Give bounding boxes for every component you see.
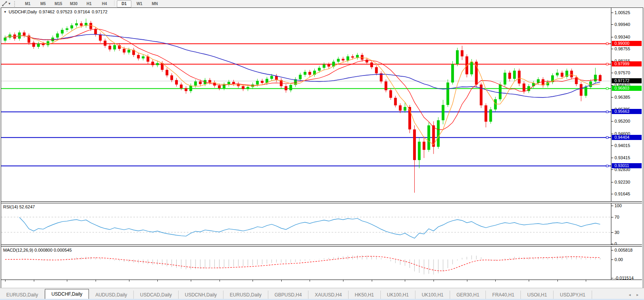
collapse-triangle-icon[interactable]: ▼ — [4, 10, 7, 14]
candle — [284, 86, 287, 90]
macd-tick-mark — [611, 278, 613, 278]
price-scale[interactable]: 1.005250.999400.993400.987550.981550.975… — [611, 8, 642, 201]
macd-label: MACD(12,26,9) 0.000800 0.000545 — [3, 248, 72, 252]
candle — [499, 85, 502, 99]
rsi-tick-mark — [611, 217, 613, 217]
chart-tab-usoil-h1[interactable]: USOil,H1 — [521, 291, 554, 299]
candle — [389, 90, 392, 98]
timeframe-button-mn[interactable]: MN — [148, 0, 162, 7]
candle — [561, 73, 563, 77]
price-pane[interactable]: ▼ USDCHF,Daily 0.97462 0.97523 0.97164 0… — [1, 8, 642, 201]
candle — [290, 85, 292, 90]
candle — [113, 45, 116, 50]
timeframe-button-m15[interactable]: M15 — [51, 0, 66, 7]
chart-tab-ger30-h1[interactable]: GER30,H1 — [450, 291, 486, 299]
chart-tab-usdcnh-daily[interactable]: USDCNH,Daily — [179, 291, 223, 299]
price-tick-mark — [611, 194, 613, 194]
rsi-tick-label: 100 — [614, 203, 622, 208]
line-study-tool-icon[interactable] — [1, 1, 8, 7]
toolbar-grip[interactable] — [14, 1, 17, 7]
candle — [4, 38, 7, 41]
candle — [461, 50, 463, 57]
price-tick-label: 0.99940 — [614, 22, 630, 27]
price-line-badge: 0.97999 — [612, 61, 642, 66]
macd-plot[interactable] — [1, 247, 611, 280]
candle — [299, 75, 302, 79]
price-tick-mark — [611, 73, 613, 73]
candle — [399, 105, 402, 110]
quote-low: 0.97164 — [74, 9, 90, 14]
candle — [137, 55, 140, 59]
candle — [32, 43, 35, 47]
rsi-plot[interactable] — [1, 203, 611, 245]
price-tick-label: 0.96385 — [614, 95, 630, 99]
candle — [380, 73, 382, 81]
tab-scroll-arrows-icon[interactable]: ◂ ▸ — [629, 293, 644, 299]
candle — [180, 85, 183, 88]
date-tick-mark — [467, 280, 467, 282]
chart-window: ▼ USDCHF,Daily 0.97462 0.97523 0.97164 0… — [1, 7, 643, 288]
chart-tab-eurusd-daily[interactable]: EURUSD,Daily — [0, 291, 45, 299]
chart-title: ▼ USDCHF,Daily 0.97462 0.97523 0.97164 0… — [4, 9, 107, 14]
candle — [94, 29, 97, 35]
date-tick-mark — [220, 280, 220, 282]
price-tick-label: 0.98755 — [614, 46, 630, 51]
rsi-pane[interactable]: RSI(14) 52.6247 10070300 — [1, 203, 642, 245]
candle — [104, 40, 107, 46]
price-tick-mark — [611, 37, 613, 37]
date-tick-mark — [157, 280, 158, 282]
candle — [70, 25, 73, 28]
chart-tab-hk50-h1[interactable]: HK50,H1 — [349, 291, 381, 299]
price-tick-mark — [611, 134, 613, 134]
chart-tab-xauusd-h4[interactable]: XAUUSD,H4 — [308, 291, 349, 299]
candle — [270, 76, 273, 79]
price-tick-mark — [611, 49, 613, 49]
rsi-scale[interactable]: 10070300 — [611, 203, 642, 245]
candle — [470, 62, 473, 74]
macd-scale[interactable]: 0.0058180.00-0.011514 — [611, 247, 642, 280]
chart-tab-gbpusd-h4[interactable]: GBPUSD,H4 — [268, 291, 308, 299]
candle — [327, 64, 330, 66]
timeframe-button-m5[interactable]: M5 — [36, 0, 50, 7]
timeframe-button-h4[interactable]: H4 — [97, 0, 112, 7]
timeframe-button-d1[interactable]: D1 — [117, 0, 131, 7]
price-line-badge: 0.99000 — [612, 41, 642, 46]
chart-tab-eurusd-daily[interactable]: EURUSD,Daily — [223, 291, 268, 299]
timeframe-button-w1[interactable]: W1 — [132, 0, 147, 7]
price-tick-label: 0.93415 — [614, 155, 630, 160]
date-tick-mark — [343, 280, 343, 282]
rsi-tick-label: 70 — [614, 215, 619, 219]
candle — [209, 80, 211, 83]
candle — [46, 41, 49, 45]
candle — [318, 68, 321, 70]
candle — [385, 81, 388, 90]
chart-tab-usdjpy-h1[interactable]: USDJPY,H1 — [554, 291, 592, 299]
timeframe-button-m1[interactable]: M1 — [20, 0, 35, 7]
chart-tab-uk100-h1[interactable]: UK100,H1 — [381, 291, 415, 299]
chart-tab-fra40-h1[interactable]: FRA40,H1 — [486, 291, 521, 299]
timeframe-button-m30[interactable]: M30 — [66, 0, 81, 7]
candle — [218, 86, 221, 88]
candle — [109, 46, 111, 49]
chart-tab-audusd-daily[interactable]: AUDUSD,Daily — [89, 291, 134, 299]
candle — [156, 63, 159, 65]
price-tick-label: 0.95200 — [614, 119, 630, 123]
chart-tab-uk100-h1[interactable]: UK100,H1 — [415, 291, 450, 299]
chart-tab-usdchf-daily[interactable]: USDCHF,Daily — [45, 289, 89, 299]
candle — [427, 125, 430, 150]
price-tick-mark — [611, 13, 613, 13]
candle — [556, 73, 559, 75]
candlestick-plot[interactable] — [1, 8, 611, 201]
price-line-badge: 0.93011 — [612, 163, 642, 168]
current-price-badge: 0.97172 — [612, 78, 642, 83]
timeframe-button-h1[interactable]: H1 — [82, 0, 96, 7]
candle — [80, 23, 83, 26]
chart-tab-usdcad-daily[interactable]: USDCAD,Daily — [134, 291, 179, 299]
quote-high: 0.97523 — [57, 9, 72, 14]
candle — [56, 33, 59, 37]
candle — [347, 56, 349, 60]
macd-pane[interactable]: MACD(12,26,9) 0.000800 0.000545 0.005818… — [1, 247, 642, 280]
tool-dropdown-caret-icon[interactable]: ▼ — [8, 2, 11, 6]
candle — [37, 44, 40, 47]
date-tick-mark — [310, 280, 310, 282]
